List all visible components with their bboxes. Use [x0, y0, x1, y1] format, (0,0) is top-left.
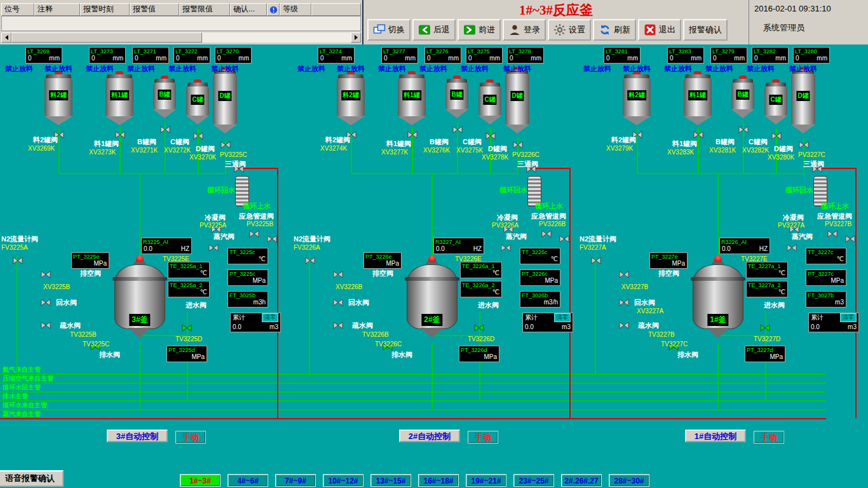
valve-icon[interactable] [760, 323, 770, 330]
valve-icon[interactable] [619, 320, 629, 328]
toolbar-button-login[interactable]: 登录 [503, 19, 546, 41]
valve-icon[interactable] [619, 269, 629, 277]
tab-13-15[interactable]: 13#~15# [370, 474, 411, 487]
toolbar-button-settings[interactable]: 设置 [548, 19, 591, 41]
no-discharge-button[interactable]: 禁止放料 [168, 65, 196, 72]
auto-control-button[interactable]: 3#自动控制 [107, 430, 168, 442]
tab-2-26-27[interactable]: 2#.26#.27 [561, 474, 602, 487]
auto-control-button[interactable]: 2#自动控制 [399, 430, 460, 442]
no-discharge-button[interactable]: 禁止放料 [86, 65, 114, 72]
valve-icon[interactable] [591, 255, 601, 263]
alarm-column-header[interactable]: 位号 [1, 3, 34, 16]
manual-button[interactable]: 手动 [175, 431, 206, 444]
valve-icon[interactable] [13, 255, 23, 263]
valve-icon[interactable] [115, 130, 125, 137]
valve-icon[interactable] [267, 234, 277, 241]
valve-icon[interactable] [333, 269, 343, 277]
valve-icon[interactable] [501, 243, 511, 250]
no-discharge-button[interactable]: 禁止放料 [705, 65, 733, 72]
valve-icon[interactable] [41, 269, 51, 277]
pipe [595, 255, 596, 374]
valve-icon[interactable] [513, 140, 523, 147]
tab-16-18[interactable]: 16#~18# [418, 474, 459, 487]
valve-icon[interactable] [541, 229, 552, 236]
toolbar-button-forward[interactable]: 前进 [458, 19, 501, 41]
valve-icon[interactable] [693, 130, 703, 137]
valve-icon[interactable] [771, 131, 782, 139]
manual-button[interactable]: 手动 [468, 431, 498, 444]
valve-icon[interactable] [41, 297, 51, 305]
clear-button[interactable]: 清零 [840, 313, 857, 322]
valve-icon[interactable] [452, 125, 463, 132]
valve-icon[interactable] [305, 255, 315, 263]
valve-icon[interactable] [407, 130, 417, 137]
confirm-column-icon[interactable] [267, 3, 280, 16]
valve-icon[interactable] [827, 229, 837, 236]
valve-icon[interactable] [845, 234, 855, 241]
no-discharge-button[interactable]: 禁止放料 [297, 65, 325, 72]
valve-icon[interactable] [41, 320, 51, 328]
alarm-column-header[interactable]: 报警限值 [179, 3, 230, 16]
tab-4-6[interactable]: 4#~6# [227, 474, 268, 487]
no-discharge-button[interactable]: 禁止放料 [789, 65, 817, 72]
valve-icon[interactable] [182, 323, 192, 330]
valve-icon[interactable] [559, 234, 569, 241]
no-discharge-button[interactable]: 禁止放料 [461, 65, 489, 72]
valve-icon[interactable] [485, 131, 496, 139]
valve-icon[interactable] [787, 243, 797, 250]
valve-icon[interactable] [333, 320, 343, 328]
no-discharge-button[interactable]: 禁止放料 [378, 65, 406, 72]
clear-button[interactable]: 清零 [554, 313, 571, 322]
toolbar-button-label: 登录 [524, 24, 540, 36]
tab-23-25[interactable]: 23#~25# [513, 474, 554, 487]
auto-control-button[interactable]: 1#自动控制 [685, 430, 746, 442]
voice-alarm-ack-button[interactable]: 语音报警确认 [0, 470, 64, 487]
tab-1-3[interactable]: 1#~3# [180, 474, 220, 487]
valve-icon[interactable] [738, 125, 749, 132]
toolbar-button-exit[interactable]: 退出 [638, 19, 681, 41]
alarm-column-header[interactable]: 报警时刻 [80, 3, 130, 16]
toolbar-button-back[interactable]: 后退 [412, 19, 456, 41]
alarm-column-header[interactable]: 等级 [280, 3, 311, 16]
no-discharge-button[interactable]: 禁止放料 [503, 65, 531, 72]
alarm-column-header[interactable]: 报警值 [130, 3, 179, 16]
toolbar-button-refresh[interactable]: 刷新 [593, 19, 636, 41]
no-discharge-button[interactable]: 禁止放料 [44, 65, 72, 72]
toolbar-button-switch[interactable]: 切换 [367, 19, 410, 41]
tab-28-30[interactable]: 28#~30# [609, 474, 649, 487]
alarm-scrollbar[interactable] [1, 32, 361, 43]
no-discharge-button[interactable]: 禁止放料 [337, 65, 365, 72]
scroll-left-button[interactable] [1, 32, 11, 43]
no-discharge-button[interactable]: 禁止放料 [623, 65, 651, 72]
alarm-column-header[interactable]: 确认... [230, 3, 267, 16]
valve-icon[interactable] [193, 131, 203, 139]
valve-icon[interactable] [160, 125, 170, 132]
no-discharge-button[interactable]: 禁止放料 [747, 65, 775, 72]
manual-button[interactable]: 手动 [754, 431, 784, 444]
no-discharge-button[interactable]: 禁止放料 [127, 65, 155, 72]
display-row: ℃ [806, 255, 846, 264]
valve-icon[interactable] [249, 229, 259, 236]
valve-icon[interactable] [474, 323, 484, 330]
tab-7-9[interactable]: 7#~9# [275, 474, 316, 487]
no-discharge-button[interactable]: 禁止放料 [664, 65, 692, 72]
clear-button[interactable]: 清零 [262, 313, 278, 322]
no-discharge-button[interactable]: 禁止放料 [211, 65, 239, 72]
no-discharge-button[interactable]: 禁止放料 [419, 65, 447, 72]
scroll-right-button[interactable] [351, 32, 361, 43]
display-row: 0.0HZ [142, 245, 191, 254]
no-discharge-button[interactable]: 禁止放料 [583, 65, 611, 72]
toolbar-button-alarm-ack[interactable]: 报警确认 [683, 19, 728, 41]
no-discharge-button[interactable]: 禁止放料 [5, 65, 33, 72]
valve-icon[interactable] [799, 140, 809, 147]
valve-icon[interactable] [333, 297, 343, 305]
alarm-column-header[interactable]: 注释 [34, 3, 80, 16]
tab-10-12[interactable]: 10#~12# [323, 474, 363, 487]
valve-icon[interactable] [220, 140, 231, 147]
valve-icon[interactable] [208, 243, 219, 250]
tab-19-21[interactable]: 19#~21# [466, 474, 506, 487]
scrollbar-track[interactable] [11, 32, 351, 43]
valve-icon[interactable] [619, 297, 629, 305]
scrollbar-thumb[interactable] [11, 32, 202, 43]
display-value [463, 269, 468, 276]
